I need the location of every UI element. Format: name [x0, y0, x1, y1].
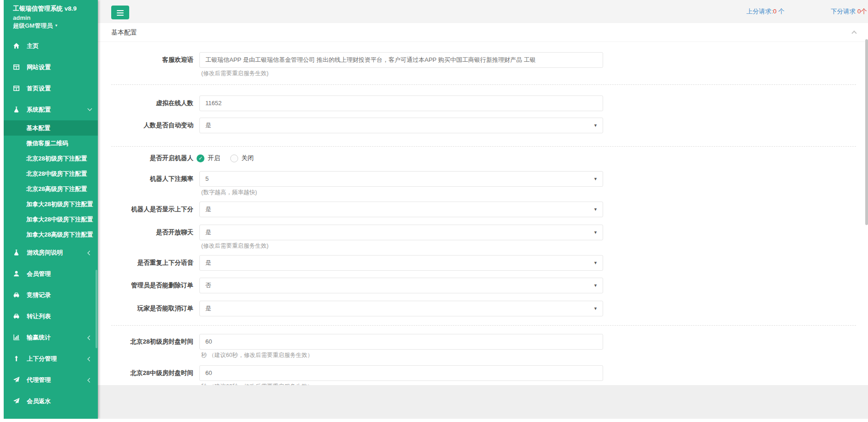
collapse-panel-icon[interactable]	[851, 30, 856, 36]
radio-关闭[interactable]	[230, 155, 238, 162]
home-icon	[13, 42, 20, 49]
paper-plane-icon	[13, 398, 20, 404]
sidebar-item-会员返水[interactable]: 会员返水	[4, 391, 98, 412]
sidebar-item-label: 游戏房间说明	[27, 242, 63, 263]
sidebar-subitem-label: 北京28中级房下注配置	[26, 166, 87, 181]
select-机器人下注频率[interactable]: 5▼	[199, 171, 603, 187]
radio-label-关闭[interactable]: 关闭	[241, 154, 254, 162]
sidebar-item-首页设置[interactable]: 首页设置	[4, 78, 98, 99]
sidebar-menu: 主页网站设置首页设置系统配置基本配置微信客服二维码北京28初级房下注配置北京28…	[4, 36, 98, 419]
sidebar-item-代理管理[interactable]: 代理管理	[4, 369, 98, 391]
dashed-separator	[111, 84, 856, 85]
car-icon	[13, 291, 20, 298]
field-value: 是	[205, 256, 592, 270]
page-scrollbar-thumb[interactable]	[865, 39, 868, 225]
field-value: 工银瑞信APP 是由工银瑞信基金管理公司 推出的线上理财投资平台，客户可通过本A…	[205, 53, 592, 67]
radio-label-开启[interactable]: 开启	[208, 154, 220, 162]
input-北京28初级房封盘时间[interactable]: 60	[199, 334, 603, 350]
field-value: 是	[205, 225, 592, 240]
select-arrow-icon: ▼	[593, 118, 598, 133]
sidebar-subitem-基本配置[interactable]: 基本配置	[4, 120, 98, 136]
sidebar-subitem-label: 加拿大28高级房下注配置	[26, 227, 93, 242]
chevron-left-icon	[88, 336, 92, 340]
field-value: 60	[205, 366, 592, 380]
down-requests-link[interactable]: 下分请求 0个	[831, 0, 867, 23]
input-客服欢迎语[interactable]: 工银瑞信APP 是由工银瑞信基金管理公司 推出的线上理财投资平台，客户可通过本A…	[199, 52, 603, 68]
sidebar-item-label: 首页设置	[27, 78, 51, 99]
select-是否重复上下分语音[interactable]: 是▼	[199, 255, 603, 271]
input-虚拟在线人数[interactable]: 11652	[199, 95, 603, 111]
username: admin	[13, 14, 30, 21]
chevron-left-icon	[88, 378, 92, 383]
sidebar-item-游戏房间说明[interactable]: 游戏房间说明	[4, 242, 98, 263]
select-管理员是否能删除订单[interactable]: 否▼	[199, 278, 603, 293]
sidebar-subitem-加拿大28中级房下注配置[interactable]: 加拿大28中级房下注配置	[4, 212, 98, 227]
main-area: 上分请求:0 个 下分请求 0个 基本配置 客服欢迎语工银瑞信APP 是由工银瑞…	[98, 0, 868, 419]
config-panel: 基本配置 客服欢迎语工银瑞信APP 是由工银瑞信基金管理公司 推出的线上理财投资…	[98, 23, 868, 385]
sidebar-subitem-北京28高级房下注配置[interactable]: 北京28高级房下注配置	[4, 181, 98, 196]
grid-icon	[13, 85, 20, 92]
user-role-label: 超级GM管理员	[13, 22, 53, 29]
flask-icon	[13, 249, 20, 256]
up-requests-label: 上分请求:	[746, 8, 773, 15]
page-background	[98, 385, 868, 419]
user-role-dropdown[interactable]: 超级GM管理员▼	[13, 22, 58, 30]
sidebar-item-输赢统计[interactable]: 输赢统计	[4, 327, 98, 348]
sidebar-item-label: 网站设置	[27, 57, 51, 78]
chevron-left-icon	[88, 357, 92, 362]
grid-icon	[13, 64, 20, 71]
chevron-down-icon	[88, 107, 92, 111]
sidebar-scrollbar-thumb[interactable]	[96, 270, 97, 348]
select-arrow-icon: ▼	[593, 172, 598, 186]
select-arrow-icon: ▼	[593, 256, 598, 270]
sidebar-item-label: 会员管理	[27, 263, 51, 285]
field-value: 否	[205, 278, 592, 293]
sidebar-item-数据采集[interactable]: 数据采集	[4, 412, 98, 419]
sidebar-subitem-label: 加拿大28初级房下注配置	[26, 196, 93, 212]
sidebar-toggle-button[interactable]	[111, 6, 129, 19]
flask-icon	[13, 106, 20, 113]
paper-plane-icon	[13, 376, 20, 383]
sidebar-item-主页[interactable]: 主页	[4, 36, 98, 57]
field-value: 是	[205, 118, 592, 133]
sidebar-item-label: 输赢统计	[27, 327, 51, 348]
select-arrow-icon: ▼	[593, 225, 598, 240]
up-requests-link[interactable]: 上分请求:0 个	[746, 0, 784, 23]
dashed-separator	[111, 146, 856, 147]
field-label: 人数是否自动变动	[111, 118, 193, 133]
sidebar-item-转让列表[interactable]: 转让列表	[4, 306, 98, 327]
field-hint: (数字越高，频率越快)	[201, 189, 257, 196]
up-requests-unit: 个	[777, 8, 784, 15]
field-label: 是否重复上下分语音	[111, 255, 193, 271]
field-label: 是否开放聊天	[111, 225, 193, 240]
field-label: 客服欢迎语	[111, 52, 193, 68]
input-北京28中级房封盘时间[interactable]: 60	[199, 365, 603, 381]
sidebar-subitem-加拿大28高级房下注配置[interactable]: 加拿大28高级房下注配置	[4, 227, 98, 242]
field-label: 北京28中级房封盘时间	[111, 365, 193, 381]
field-value: 11652	[205, 96, 592, 111]
sidebar-item-网站设置[interactable]: 网站设置	[4, 57, 98, 78]
field-label: 机器人是否显示上下分	[111, 202, 193, 217]
sidebar-item-label: 系统配置	[27, 99, 51, 120]
bar-chart-icon	[13, 334, 20, 341]
select-人数是否自动变动[interactable]: 是▼	[199, 118, 603, 133]
field-value: 5	[205, 172, 592, 186]
sidebar-subitem-北京28中级房下注配置[interactable]: 北京28中级房下注配置	[4, 166, 98, 181]
radio-开启-checked[interactable]: ✓	[197, 155, 204, 162]
dashed-separator	[111, 325, 856, 326]
sidebar-subitem-微信客服二维码[interactable]: 微信客服二维码	[4, 136, 98, 151]
car-icon	[13, 313, 20, 320]
select-机器人是否显示上下分[interactable]: 是▼	[199, 202, 603, 217]
sidebar-item-上下分管理[interactable]: 上下分管理	[4, 348, 98, 369]
select-是否开放聊天[interactable]: 是▼	[199, 225, 603, 240]
select-玩家是否能取消订单[interactable]: 是▼	[199, 301, 603, 316]
sidebar-subitem-加拿大28初级房下注配置[interactable]: 加拿大28初级房下注配置	[4, 196, 98, 212]
sidebar-subitem-北京28初级房下注配置[interactable]: 北京28初级房下注配置	[4, 151, 98, 166]
sidebar-subitem-label: 加拿大28中级房下注配置	[26, 212, 93, 227]
sidebar-item-竞猜记录[interactable]: 竞猜记录	[4, 285, 98, 306]
sidebar-subitem-label: 北京28高级房下注配置	[26, 181, 87, 196]
sidebar-item-会员管理[interactable]: 会员管理	[4, 263, 98, 285]
field-value: 是	[205, 202, 592, 217]
chevron-left-icon	[88, 251, 92, 256]
sidebar-item-系统配置[interactable]: 系统配置	[4, 99, 98, 120]
